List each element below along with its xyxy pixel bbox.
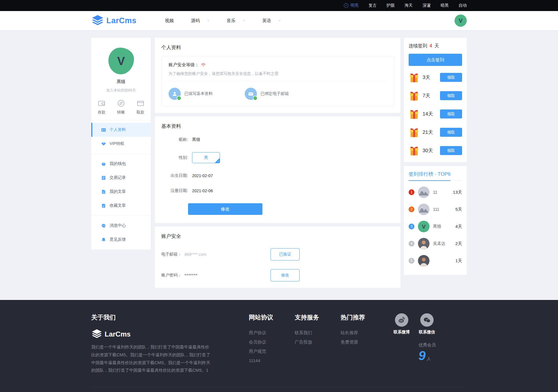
piggy-bank-icon <box>101 161 106 166</box>
security-level-label: 账户安全等级： <box>169 62 199 67</box>
sidebar-item-transactions[interactable]: 交易记录 <box>91 171 151 185</box>
birthday-label: 出生日期: <box>161 173 188 178</box>
avatar: V <box>418 221 430 232</box>
quick-actions: 存款 转账 <box>91 93 151 120</box>
account-security-panel: 账户安全 电子邮箱： 869****.com 已验证 账户密码： *******… <box>155 226 400 288</box>
sidebar-item-messages[interactable]: 消息中心 <box>91 219 151 233</box>
theme-item-dark[interactable]: 暗黑 <box>441 3 449 8</box>
wechat-contact[interactable]: 联系微信 <box>418 313 436 335</box>
theme-item-eyecare[interactable]: 护眼 <box>387 3 395 8</box>
chevron-down-icon: ˅ <box>208 19 209 22</box>
page-title: 个人资料 <box>161 44 394 51</box>
sidebar-item-profile[interactable]: 个人资料 <box>91 123 151 137</box>
weibo-contact[interactable]: 联系微博 <box>394 313 410 335</box>
corner-check-icon: ✓ <box>217 160 219 163</box>
footer-link[interactable]: 联系我们 <box>295 330 319 336</box>
gift-icon <box>409 72 420 83</box>
signin-button[interactable]: 点击签到 <box>409 54 462 66</box>
articles-icon <box>101 189 106 194</box>
leaderboard-card: 签到排行榜 - TOP6 1 11 13天 2 111 5天 <box>404 166 467 275</box>
logo-text: LarCms <box>106 16 137 25</box>
user-avatar[interactable]: V <box>455 15 467 27</box>
footer-col-agreements: 网站协议 用户协议 会员协议 用户规范 11144 <box>249 313 273 374</box>
leaderboard-title: 签到排行榜 - TOP6 <box>409 171 462 181</box>
theme-item-bright[interactable]: ✓ 明亮 <box>344 3 359 8</box>
theme-item-label: 明亮 <box>350 3 359 8</box>
badge-basic-info: ✓ 已填写基本资料 <box>169 88 213 100</box>
members-counter: 优秀会员 9 人 <box>419 342 436 363</box>
streak-prefix: 连续签到 <box>409 43 427 49</box>
svg-text:V: V <box>422 224 426 230</box>
footer-link[interactable]: 用户协议 <box>249 330 273 336</box>
theme-item-auto[interactable]: 自动 <box>459 3 467 8</box>
footer-contacts: 联系微博 联系微信 优秀会员 9 人 <box>394 313 436 374</box>
footer-logo: LarCms <box>91 329 213 339</box>
withdraw-button[interactable]: 取款 <box>137 99 144 115</box>
footer-col-recommend: 热门推荐 站长推荐 免费资源 <box>341 313 365 374</box>
security-hint: 为了确保您的账户安全，请您填写相关安全信息，以备不时之需 <box>169 71 387 81</box>
footer-link[interactable]: 免费资源 <box>341 339 365 345</box>
birthday-value: 2021-02-07 <box>192 173 213 178</box>
claim-button[interactable]: 领取 <box>440 109 462 118</box>
sidebar-item-favorites[interactable]: 收藏文章 <box>91 199 151 213</box>
claim-button[interactable]: 领取 <box>440 73 462 82</box>
change-password-button[interactable]: 修改 <box>271 269 300 281</box>
check-circle-icon: ✓ <box>344 3 348 8</box>
avatar <box>418 204 430 215</box>
email-verified-button[interactable]: 已验证 <box>271 248 300 260</box>
id-card-icon <box>101 127 106 132</box>
footer-link[interactable]: 广告投放 <box>295 339 319 345</box>
nav-item-source[interactable]: 源码 ˅ <box>184 18 217 24</box>
footer-link[interactable]: 用户规范 <box>249 349 273 354</box>
register-date-label: 注册日期: <box>161 188 188 193</box>
sidebar-item-feedback[interactable]: 意见反馈 <box>91 233 151 247</box>
save-profile-button[interactable]: 修改 <box>188 203 262 215</box>
sidebar-avatar: V <box>108 48 134 74</box>
sidebar-item-vip[interactable]: VIP特权 <box>91 137 151 151</box>
footer-link[interactable]: 11144 <box>249 358 273 363</box>
rank-badge: 4 <box>409 241 414 247</box>
gift-icon <box>409 145 420 156</box>
avatar <box>418 238 430 249</box>
sidebar-username: 黑猫 <box>91 79 151 84</box>
site-header: LarCms 视频 源码 ˅ 音乐 ˅ 英语 ˅ V <box>0 11 558 30</box>
signin-card: 连续签到 4 天 点击签到 3天 领取 7天 领取 14天 <box>404 38 467 162</box>
footer-bottom: 友情链接: 百度 432 黑猫 Copyright © 2015-2020 资源… <box>91 387 467 392</box>
nav-item-english[interactable]: 英语 ˅ <box>255 18 288 24</box>
gift-icon <box>409 127 420 138</box>
sidebar-item-wallet[interactable]: 我的钱包 <box>91 157 151 171</box>
claim-button[interactable]: 领取 <box>440 91 462 100</box>
footer-link[interactable]: 站长推荐 <box>341 330 365 336</box>
members-count: 9 <box>419 348 425 363</box>
security-level-value: 中 <box>201 62 206 67</box>
site-logo[interactable]: LarCms <box>91 15 137 26</box>
weibo-icon <box>395 313 408 327</box>
streak-suffix: 天 <box>434 43 439 49</box>
reward-row-3d: 3天 领取 <box>409 68 462 87</box>
theme-item-retro[interactable]: 复古 <box>369 3 377 8</box>
sidebar-join-days: 加入本站的第69天 <box>91 88 151 93</box>
nav-item-video[interactable]: 视频 <box>158 18 181 24</box>
wechat-icon <box>420 313 434 327</box>
gift-icon <box>409 109 420 120</box>
transfer-button[interactable]: 转账 <box>117 99 125 115</box>
rank-badge: 5 <box>409 258 414 264</box>
theme-item-ocean[interactable]: 海天 <box>405 3 413 8</box>
account-security-title: 账户安全 <box>161 233 394 240</box>
menu-divider <box>91 154 151 154</box>
sidebar-item-articles[interactable]: 我的文章 <box>91 185 151 199</box>
wallet-icon <box>98 99 105 107</box>
footer-link[interactable]: 会员协议 <box>249 339 273 345</box>
user-circle-icon: ✓ <box>169 88 181 100</box>
menu-divider <box>91 215 151 216</box>
chevron-down-icon: ˅ <box>278 19 280 22</box>
reward-row-7d: 7天 领取 <box>409 87 462 105</box>
avatar <box>418 255 430 267</box>
theme-item-deep[interactable]: 深邃 <box>423 3 431 8</box>
deposit-button[interactable]: 存款 <box>98 99 105 115</box>
gender-select[interactable]: 男 ✓ <box>192 152 220 163</box>
claim-button[interactable]: 领取 <box>440 128 462 137</box>
nav-item-music[interactable]: 音乐 ˅ <box>219 18 252 24</box>
avatar <box>418 186 430 198</box>
claim-button[interactable]: 领取 <box>440 146 462 155</box>
